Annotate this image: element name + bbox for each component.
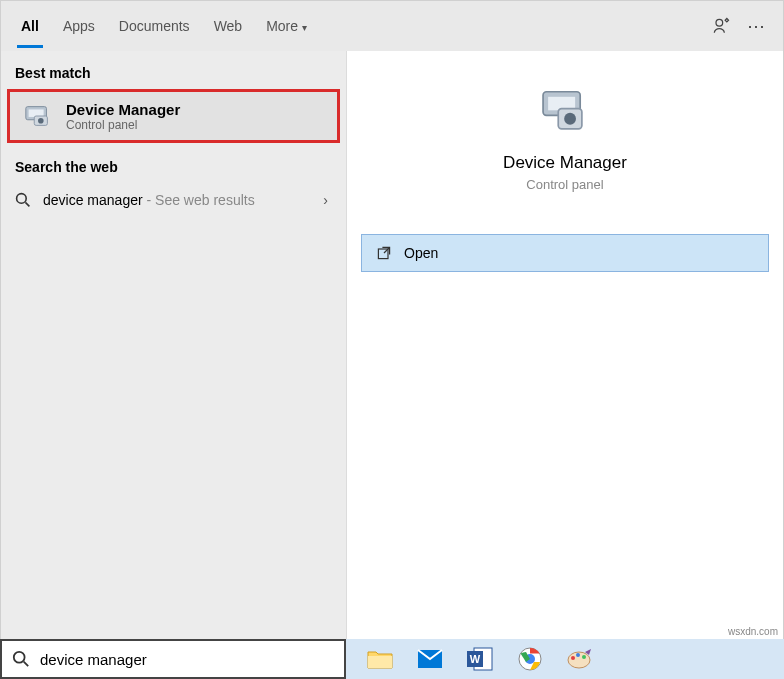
svg-text:W: W	[470, 653, 481, 665]
svg-point-4	[38, 118, 44, 124]
watermark: wsxdn.com	[728, 626, 778, 637]
open-label: Open	[404, 245, 438, 261]
web-result[interactable]: device manager - See web results ›	[1, 181, 346, 219]
search-icon	[15, 192, 31, 208]
ellipsis-icon[interactable]: ⋯	[747, 15, 765, 37]
filter-tabs: All Apps Documents Web More▾	[9, 4, 711, 48]
top-bar: All Apps Documents Web More▾ ⋯	[1, 1, 783, 51]
preview-block: Device Manager Control panel	[361, 65, 769, 204]
open-action[interactable]: Open	[361, 234, 769, 272]
svg-point-23	[576, 653, 580, 657]
search-box[interactable]	[0, 639, 346, 679]
file-explorer-icon[interactable]	[366, 645, 394, 673]
mail-icon[interactable]	[416, 645, 444, 673]
svg-line-6	[25, 202, 29, 206]
chrome-icon[interactable]	[516, 645, 544, 673]
chevron-down-icon: ▾	[302, 22, 307, 33]
paint-icon[interactable]	[566, 645, 594, 673]
web-query: device manager	[43, 192, 143, 208]
open-icon	[376, 245, 392, 261]
search-input[interactable]	[40, 651, 334, 668]
result-text: Device Manager Control panel	[66, 101, 180, 132]
result-subtitle: Control panel	[66, 118, 180, 132]
result-device-manager[interactable]: Device Manager Control panel	[7, 89, 340, 143]
svg-point-10	[564, 113, 576, 125]
best-match-header: Best match	[1, 51, 346, 87]
top-icons: ⋯	[711, 15, 775, 37]
svg-point-12	[14, 652, 25, 663]
result-title: Device Manager	[66, 101, 180, 118]
svg-point-24	[582, 655, 586, 659]
preview-pane: Device Manager Control panel Open	[347, 51, 783, 639]
preview-device-manager-icon	[538, 85, 592, 139]
word-icon[interactable]: W	[466, 645, 494, 673]
tab-documents[interactable]: Documents	[107, 4, 202, 48]
device-manager-icon	[22, 100, 54, 132]
chevron-right-icon: ›	[323, 192, 332, 208]
tab-all[interactable]: All	[9, 4, 51, 48]
feedback-icon[interactable]	[711, 16, 731, 36]
preview-subtitle: Control panel	[361, 177, 769, 192]
tab-web[interactable]: Web	[202, 4, 255, 48]
taskbar: W	[346, 639, 784, 679]
svg-rect-14	[368, 656, 392, 668]
tab-apps[interactable]: Apps	[51, 4, 107, 48]
preview-title: Device Manager	[361, 153, 769, 173]
search-panel: All Apps Documents Web More▾ ⋯ Best matc…	[0, 0, 784, 640]
svg-point-22	[571, 656, 575, 660]
results-pane: Best match Device Manager Control panel …	[1, 51, 347, 639]
search-icon	[12, 650, 30, 668]
svg-point-5	[17, 194, 27, 204]
content: Best match Device Manager Control panel …	[1, 51, 783, 639]
search-web-header: Search the web	[1, 145, 346, 181]
svg-point-0	[716, 19, 723, 26]
tab-more[interactable]: More▾	[254, 4, 319, 48]
web-hint: - See web results	[143, 192, 255, 208]
svg-line-13	[24, 662, 29, 667]
